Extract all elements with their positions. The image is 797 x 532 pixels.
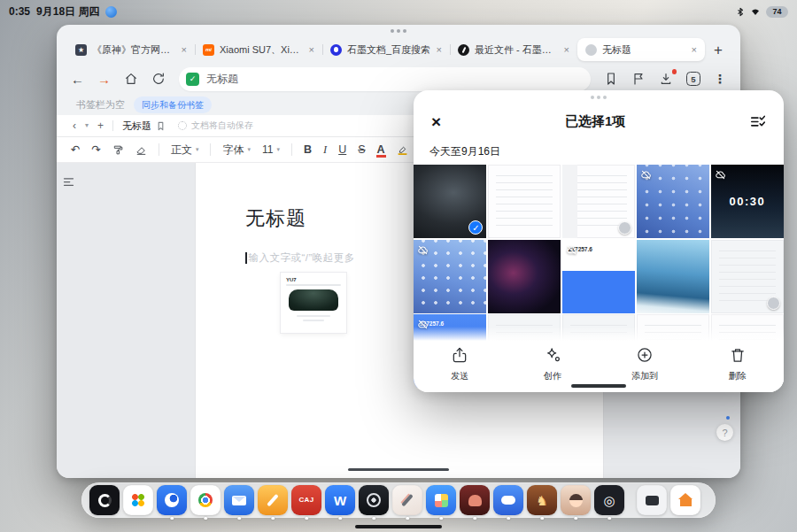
redo-button[interactable]: ↷	[91, 144, 100, 156]
xiaomi-favicon: mi	[203, 44, 214, 56]
action-share[interactable]: 发送	[414, 341, 507, 392]
back-button[interactable]: ←	[71, 73, 84, 86]
dock-app-caj-viewer[interactable]: CAJ	[291, 485, 321, 515]
cloud-off-icon	[566, 243, 577, 255]
photo-thumbnail[interactable]	[637, 240, 709, 313]
downloads-button[interactable]	[659, 72, 673, 86]
chevron-down-icon: ▾	[196, 146, 199, 153]
photo-thumbnail[interactable]: 227257.6	[562, 240, 635, 313]
doc-new-tab-button[interactable]: +	[97, 120, 104, 131]
photo-thumbnail[interactable]: ✓	[414, 165, 486, 238]
tab-close-button[interactable]: ×	[692, 44, 697, 55]
tab-close-button[interactable]: ×	[309, 44, 314, 55]
app-market-icon	[131, 493, 145, 507]
home-button[interactable]	[124, 72, 138, 86]
dock-app-app-market[interactable]	[123, 485, 153, 515]
selection-count: 已选择1项	[441, 113, 749, 130]
embedded-image[interactable]: YU7	[281, 273, 346, 333]
italic-button[interactable]: I	[323, 144, 327, 156]
window-resize-handle[interactable]	[348, 468, 449, 472]
forward-button[interactable]: →	[97, 73, 111, 86]
placeholder-line	[297, 315, 330, 317]
dock-app-wps-office[interactable]: W	[325, 485, 355, 515]
sync-bookmarks-button[interactable]: 同步和备份书签	[134, 96, 212, 113]
dock-app-sketch[interactable]	[392, 485, 422, 515]
dock-app-recents[interactable]	[637, 485, 667, 515]
tab-close-button[interactable]: ×	[182, 44, 187, 55]
font-size-dropdown[interactable]: 11▾	[262, 143, 280, 156]
tab-switcher-button[interactable]: 5	[686, 72, 700, 86]
tab-close-button[interactable]: ×	[564, 44, 569, 55]
photo-thumbnail[interactable]: 00:30	[711, 165, 784, 238]
font-dropdown[interactable]: 字体▾	[222, 143, 251, 158]
running-indicator	[237, 517, 241, 520]
photo-thumbnail[interactable]	[711, 240, 784, 313]
browser-tab[interactable]: 石墨文档_百度搜索×	[322, 38, 450, 61]
home-indicator[interactable]	[355, 525, 442, 528]
doc-tab-back-button[interactable]: ‹	[73, 120, 76, 131]
undo-button[interactable]: ↶	[71, 144, 80, 156]
dock-app-mail[interactable]	[224, 485, 254, 515]
new-tab-button[interactable]: +	[714, 42, 723, 58]
panel-resize-handle[interactable]	[571, 384, 626, 388]
notification-icon	[105, 6, 117, 18]
window-drag-handle[interactable]	[57, 25, 740, 36]
dock-app-mi-browser[interactable]	[157, 485, 187, 515]
action-delete[interactable]: 删除	[692, 341, 785, 392]
wifi-icon	[749, 6, 762, 17]
address-bar[interactable]: ✓ 无标题	[179, 67, 591, 91]
browser-menu-button[interactable]: ⋮	[714, 73, 726, 85]
screen: 0:35 9月18日 周四 74 ★《原神》官方网站-...×miXiaomi …	[0, 0, 797, 532]
format-painter-button[interactable]	[112, 144, 124, 156]
tab-title: Xiaomi SU7、Xiao...	[220, 43, 304, 57]
dock-app-game-hero[interactable]: ♞	[527, 485, 557, 515]
outline-toggle-button[interactable]	[62, 175, 75, 189]
document-tab[interactable]: 无标题	[122, 120, 166, 133]
autosave-text: 文档将自动保存	[191, 120, 253, 132]
stack-badge	[767, 297, 780, 310]
help-notification-dot	[726, 416, 730, 420]
running-indicator	[406, 517, 409, 520]
tab-close-button[interactable]: ×	[437, 44, 442, 55]
browser-tab[interactable]: miXiaomi SU7、Xiao...×	[195, 38, 322, 61]
help-button[interactable]: ?	[716, 424, 733, 441]
browser-tab[interactable]: 最近文件 - 石墨文档×	[450, 38, 577, 61]
photo-thumbnail[interactable]	[562, 165, 635, 238]
clear-format-button[interactable]	[135, 144, 147, 156]
strikethrough-button[interactable]: S	[358, 144, 365, 156]
tab-title: 《原神》官方网站-...	[92, 43, 176, 57]
dock-app-car-control[interactable]	[359, 485, 389, 515]
refresh-button[interactable]	[151, 72, 166, 86]
dock-app-quark-browser[interactable]	[89, 485, 120, 515]
photo-thumbnail[interactable]	[488, 240, 561, 313]
dock-app-notes[interactable]	[258, 485, 288, 515]
action-label: 发送	[451, 370, 468, 382]
highlight-button[interactable]	[397, 144, 408, 156]
photo-thumbnail[interactable]	[414, 240, 486, 313]
running-indicator	[204, 517, 207, 520]
font-color-button[interactable]: A	[377, 144, 385, 156]
dock-app-home[interactable]	[670, 485, 700, 515]
photo-thumbnail[interactable]	[488, 165, 561, 238]
close-icon[interactable]: ×	[431, 113, 441, 130]
wps-office-icon: W	[334, 494, 346, 507]
dock-app-game-blue[interactable]	[493, 485, 523, 515]
panel-drag-handle[interactable]	[414, 90, 784, 104]
dock-app-game-monster[interactable]	[460, 485, 490, 515]
bold-button[interactable]: B	[304, 144, 312, 156]
doc-tab-list-button[interactable]: ▾	[85, 122, 89, 129]
bookmark-add-button[interactable]	[604, 72, 618, 86]
dock-app-chrome[interactable]	[190, 485, 221, 515]
bookmarks-button[interactable]	[631, 72, 646, 86]
dock-app-game-anime[interactable]	[561, 485, 591, 515]
browser-tab[interactable]: 无标题×	[577, 38, 705, 61]
photo-thumbnail[interactable]	[637, 165, 709, 238]
underline-button[interactable]: U	[338, 144, 346, 156]
select-list-icon[interactable]	[749, 113, 766, 130]
paragraph-style-dropdown[interactable]: 正文▾	[171, 143, 199, 158]
tab-title: 无标题	[602, 43, 686, 57]
action-label: 删除	[729, 370, 747, 382]
browser-tab[interactable]: ★《原神》官方网站-...×	[67, 38, 195, 61]
dock-app-spiral-app[interactable]: ◎	[594, 485, 624, 515]
dock-app-edu-blocks[interactable]	[426, 485, 456, 515]
